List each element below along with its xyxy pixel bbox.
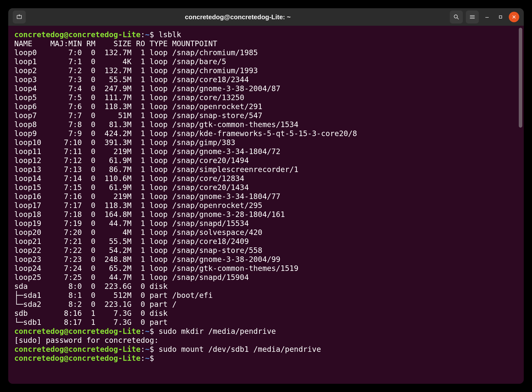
search-button[interactable] (450, 10, 463, 23)
terminal-window: concretedog@concretedog-Lite: ~ concrete… (8, 8, 524, 384)
svg-point-1 (454, 15, 457, 18)
close-button[interactable] (509, 12, 519, 22)
close-icon (512, 14, 517, 19)
scrollbar-thumb[interactable] (519, 28, 522, 128)
new-tab-button[interactable] (13, 10, 26, 23)
maximize-button[interactable] (495, 12, 506, 22)
maximize-icon (498, 14, 503, 19)
titlebar: concretedog@concretedog-Lite: ~ (8, 8, 524, 26)
window-title: concretedog@concretedog-Lite: ~ (26, 13, 450, 21)
terminal-output: concretedog@concretedog-Lite:~$ lsblk NA… (14, 30, 518, 363)
search-icon (453, 14, 460, 20)
hamburger-icon (469, 14, 476, 20)
menu-button[interactable] (466, 10, 479, 23)
minimize-button[interactable] (482, 12, 492, 22)
svg-rect-2 (499, 16, 502, 18)
terminal-body[interactable]: concretedog@concretedog-Lite:~$ lsblk NA… (8, 26, 524, 384)
new-tab-icon (16, 14, 22, 20)
minimize-icon (485, 14, 490, 19)
